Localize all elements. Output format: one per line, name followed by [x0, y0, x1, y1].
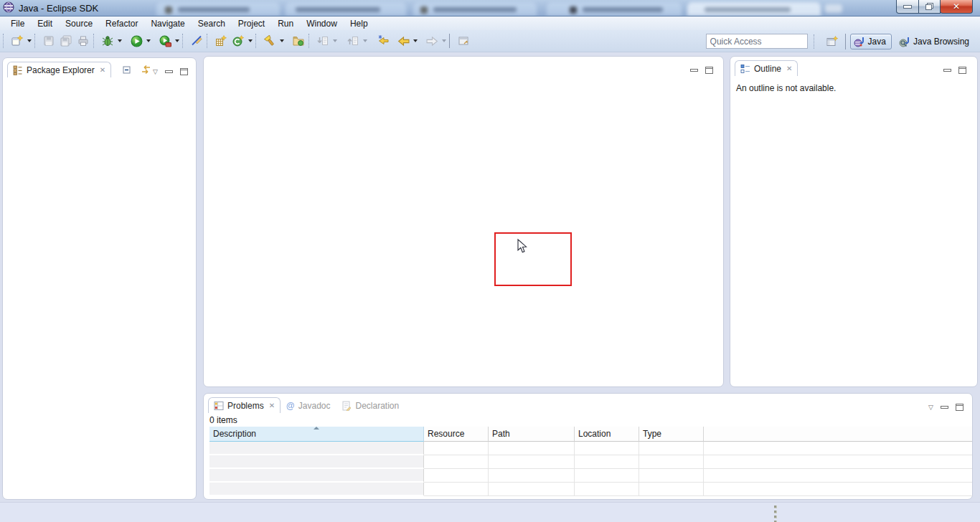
link-with-editor-button[interactable] [138, 63, 153, 76]
tab-javadoc[interactable]: @ Javadoc [281, 398, 336, 413]
external-tools-button[interactable] [156, 32, 174, 49]
next-annotation-icon [317, 35, 329, 47]
restore-icon [925, 3, 933, 10]
column-header-filler [704, 427, 972, 442]
close-tab-icon[interactable]: ✕ [786, 65, 792, 72]
tab-outline[interactable]: Outline ✕ [735, 60, 798, 76]
save-all-button[interactable] [57, 32, 75, 49]
minimize-button[interactable] [896, 0, 919, 14]
tab-package-explorer[interactable]: Package Explorer ✕ [7, 62, 111, 77]
close-tab-icon[interactable]: ✕ [100, 67, 105, 74]
mark-occurrences-button[interactable] [188, 32, 205, 49]
new-wizard-icon [11, 35, 23, 47]
new-class-dropdown-arrow[interactable] [248, 39, 253, 42]
menu-file[interactable]: File [4, 17, 31, 30]
package-explorer-view: Package Explorer ✕ ▽ [2, 57, 197, 500]
next-annotation-button[interactable] [314, 32, 331, 49]
next-annotation-dropdown-arrow[interactable] [333, 39, 337, 42]
close-button[interactable]: ✕ [940, 0, 973, 14]
javadoc-icon: @ [286, 401, 295, 411]
menu-run[interactable]: Run [271, 17, 300, 30]
menu-search[interactable]: Search [192, 17, 232, 30]
outline-header: Outline ✕ [730, 57, 977, 76]
close-tab-icon[interactable]: ✕ [269, 402, 275, 409]
table-row [209, 442, 972, 455]
problems-header: Problems ✕ @ Javadoc Declaration ▽ [204, 394, 972, 413]
menu-window[interactable]: Window [300, 17, 344, 30]
new-class-icon [232, 35, 244, 47]
column-header-resource[interactable]: Resource [424, 427, 489, 442]
menu-navigate[interactable]: Navigate [144, 17, 191, 30]
open-perspective-button[interactable] [824, 33, 841, 50]
restore-button[interactable] [918, 0, 941, 14]
maximize-editor-icon[interactable] [705, 67, 713, 74]
save-button[interactable] [40, 32, 57, 49]
run-button[interactable] [128, 32, 145, 49]
package-explorer-content[interactable] [3, 77, 196, 493]
package-explorer-icon [13, 65, 23, 75]
new-class-button[interactable] [230, 32, 247, 49]
tab-declaration[interactable]: Declaration [336, 398, 405, 413]
maximize-view-icon[interactable] [956, 404, 963, 411]
previous-annotation-dropdown-arrow[interactable] [363, 39, 367, 42]
perspective-java-browsing-button[interactable]: Java Browsing [896, 34, 974, 49]
maximize-view-icon[interactable] [958, 67, 966, 74]
maximize-view-icon[interactable] [180, 68, 188, 75]
eclipse-window: { "window": { "title": "Java - Eclipse S… [0, 0, 980, 522]
column-header-path[interactable]: Path [489, 427, 575, 442]
open-perspective-icon [826, 36, 838, 47]
menu-edit[interactable]: Edit [31, 17, 59, 30]
minimize-view-icon[interactable] [165, 70, 173, 73]
new-java-project-icon [215, 35, 227, 47]
table-row [209, 483, 972, 496]
back-button[interactable] [395, 32, 412, 49]
tab-label: Javadoc [298, 401, 331, 411]
forward-dropdown-arrow[interactable] [442, 39, 446, 42]
column-header-type[interactable]: Type [639, 427, 704, 442]
tab-label: Problems [227, 401, 264, 411]
debug-button[interactable] [99, 32, 116, 49]
view-menu-icon[interactable]: ▽ [928, 404, 933, 411]
minimize-editor-icon[interactable] [690, 69, 698, 72]
tab-problems[interactable]: Problems ✕ [208, 397, 281, 413]
forward-button[interactable] [423, 32, 440, 49]
previous-annotation-button[interactable] [344, 32, 362, 49]
statusbar-grip-handle[interactable] [774, 506, 777, 522]
menu-source[interactable]: Source [59, 17, 99, 30]
menu-help[interactable]: Help [344, 17, 374, 30]
last-editor-button[interactable] [455, 32, 472, 49]
menu-refactor[interactable]: Refactor [99, 17, 144, 30]
collapse-all-button[interactable] [120, 63, 134, 76]
toolbar-separator [34, 34, 37, 48]
problems-table-header: Description Resource Path Location Type [209, 427, 972, 442]
toolbar-separator [814, 34, 816, 49]
debug-dropdown-arrow[interactable] [118, 39, 122, 42]
last-edit-location-button[interactable] [374, 32, 392, 49]
new-wizard-button[interactable] [9, 32, 26, 49]
mouse-cursor [517, 239, 527, 254]
search-button[interactable] [261, 32, 278, 49]
new-java-project-button[interactable] [212, 32, 230, 49]
run-dropdown-arrow[interactable] [146, 39, 151, 42]
view-menu-icon[interactable]: ▽ [153, 69, 158, 75]
search-dropdown-arrow[interactable] [280, 39, 284, 42]
last-edit-location-icon [377, 35, 389, 47]
background-tab [413, 2, 537, 16]
editor-area[interactable] [203, 56, 724, 387]
column-header-description[interactable]: Description [209, 427, 424, 442]
new-dropdown-arrow[interactable] [27, 39, 32, 42]
perspective-java-browsing-label: Java Browsing [913, 37, 969, 47]
menu-project[interactable]: Project [232, 17, 271, 30]
external-tools-dropdown-arrow[interactable] [175, 39, 179, 42]
column-header-location[interactable]: Location [575, 427, 639, 442]
back-dropdown-arrow[interactable] [413, 39, 418, 42]
minimize-view-icon[interactable] [941, 406, 948, 409]
perspective-java-label: Java [868, 37, 886, 47]
open-task-button[interactable] [290, 32, 307, 49]
title-bar[interactable]: Java - Eclipse SDK ✕ [0, 0, 980, 16]
perspective-java-button[interactable]: Java [850, 34, 892, 49]
quick-access-input[interactable] [706, 34, 808, 49]
outline-empty-message: An outline is not available. [730, 76, 977, 93]
minimize-view-icon[interactable] [943, 69, 951, 72]
print-button[interactable] [75, 32, 92, 49]
